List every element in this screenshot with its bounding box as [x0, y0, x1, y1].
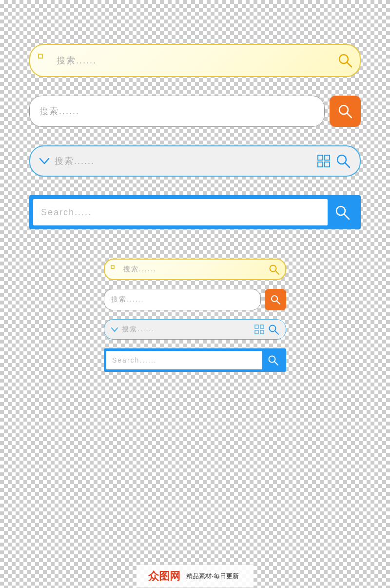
search-placeholder-s3: 搜索......	[122, 325, 155, 334]
svg-rect-8	[325, 162, 330, 167]
watermark-bar: 众图网 精品素材·每日更新	[136, 565, 254, 588]
search-bar-s4-container: Search......	[104, 348, 286, 372]
search-bar-3[interactable]: 搜索......	[29, 145, 361, 177]
search-bar-s2: 搜索......	[104, 289, 286, 310]
search-placeholder-3: 搜索......	[55, 155, 95, 167]
svg-rect-19	[260, 325, 264, 328]
content-area: 搜索...... 搜索......	[0, 20, 390, 386]
search-placeholder-1: 搜索......	[57, 55, 97, 66]
search-bar-s4-input[interactable]: Search......	[106, 351, 262, 369]
svg-rect-6	[325, 155, 330, 160]
search-bar-4: Search.....	[29, 195, 361, 229]
search-icon-s3	[267, 323, 280, 336]
svg-rect-13	[111, 265, 114, 268]
svg-rect-21	[260, 330, 264, 334]
search-bar-s3-container: 搜索......	[104, 319, 286, 340]
svg-line-17	[277, 301, 280, 304]
svg-line-10	[345, 163, 350, 167]
svg-point-16	[272, 296, 277, 302]
watermark-tagline: 精品素材·每日更新	[186, 572, 239, 581]
search-icon-s1	[268, 263, 280, 276]
search-placeholder-s2: 搜索......	[111, 295, 144, 304]
search-icon-3	[334, 152, 352, 170]
search-bar-s2-button[interactable]	[265, 289, 286, 310]
watermark: 众图网 精品素材·每日更新 作品编号： 1676154	[136, 565, 254, 588]
bracket-icon	[38, 54, 52, 67]
search-placeholder-s4: Search......	[112, 356, 157, 364]
search-icon-2	[336, 102, 354, 120]
chevron-down-icon	[38, 155, 51, 167]
svg-line-12	[344, 214, 349, 219]
search-bar-2-input[interactable]: 搜索......	[29, 96, 325, 127]
search-bar-2: 搜索......	[29, 96, 361, 127]
svg-line-15	[275, 271, 279, 274]
search-bar-1[interactable]: 搜索......	[29, 44, 361, 77]
svg-line-23	[275, 331, 278, 334]
search-bar-s1[interactable]: 搜索......	[104, 259, 286, 280]
svg-line-25	[274, 362, 278, 365]
search-bar-s3[interactable]: 搜索......	[104, 319, 286, 340]
page-wrapper: 搜索...... 搜索......	[0, 20, 390, 588]
search-icon-4	[332, 203, 352, 222]
bracket-icon-sm	[111, 265, 119, 274]
camera-icon-sm	[254, 324, 264, 334]
watermark-logo: 众图网	[148, 569, 180, 584]
search-bar-s2-input[interactable]: 搜索......	[104, 289, 261, 310]
search-bar-s4: Search......	[104, 348, 286, 372]
search-bar-s1-container: 搜索......	[104, 259, 286, 280]
svg-rect-0	[39, 54, 42, 58]
svg-line-2	[347, 62, 351, 67]
search-bar-2-container: 搜索......	[29, 96, 361, 127]
search-placeholder-2: 搜索......	[39, 105, 79, 117]
search-bar-s4-button[interactable]	[262, 351, 284, 369]
svg-line-4	[347, 113, 351, 118]
svg-rect-20	[255, 330, 258, 334]
svg-rect-5	[318, 155, 323, 160]
search-placeholder-4: Search.....	[41, 207, 92, 218]
camera-icon	[317, 154, 331, 168]
search-bar-4-container: Search.....	[29, 195, 361, 229]
search-bar-4-input[interactable]: Search.....	[33, 199, 328, 225]
svg-rect-18	[255, 325, 258, 328]
search-icon-1	[336, 52, 354, 69]
search-bar-3-container: 搜索......	[29, 145, 361, 177]
search-icon-s2	[270, 294, 281, 305]
search-bar-1-container: 搜索......	[29, 44, 361, 77]
search-bar-s2-container: 搜索......	[104, 289, 286, 310]
chevron-down-icon-sm	[110, 325, 119, 334]
search-bar-4-button[interactable]	[328, 199, 357, 225]
search-icon-s4	[266, 353, 280, 367]
search-bar-2-button[interactable]	[330, 96, 361, 127]
small-bars-container: 搜索...... 搜索......	[104, 259, 286, 372]
search-placeholder-s1: 搜索......	[123, 265, 156, 274]
svg-rect-7	[318, 162, 323, 167]
